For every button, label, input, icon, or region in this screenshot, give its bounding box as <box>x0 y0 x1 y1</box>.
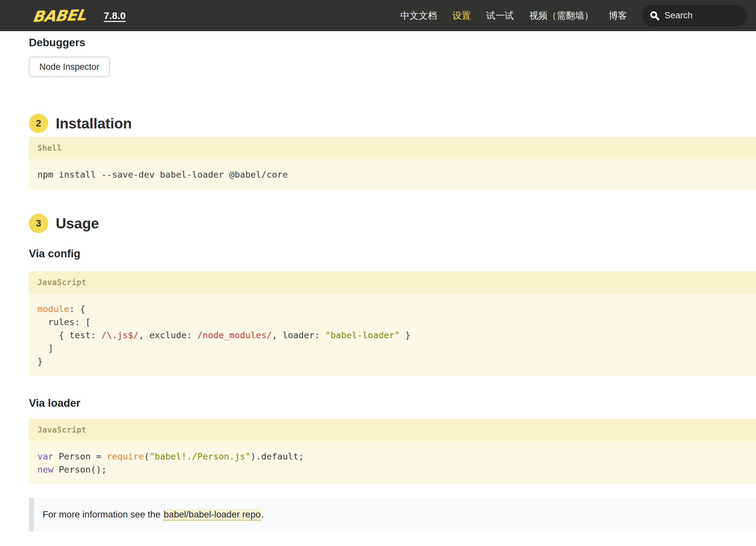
shell-code-content: npm install --save-dev babel-loader @bab… <box>29 159 756 189</box>
code-token: { test: <box>37 330 101 340</box>
code-token: Person = <box>53 451 107 461</box>
doc-content: Debuggers Node Inspector 2 Installation … <box>0 36 756 531</box>
code-token: new <box>37 464 53 475</box>
code-token: /node_modules/ <box>197 330 272 340</box>
nav-item-setup[interactable]: 设置 <box>452 10 471 22</box>
code-token: : { <box>70 304 86 314</box>
babel-logo[interactable]: BABEL <box>31 6 87 26</box>
code-line: ] <box>37 342 747 355</box>
code-token: ( <box>144 451 149 461</box>
code-token: "babel-loader" <box>325 330 400 340</box>
config-code-block: JavaScript module: { rules: [ { test: /\… <box>29 272 756 376</box>
search-box[interactable] <box>642 5 746 27</box>
quote-text: For more information see the <box>43 509 163 519</box>
search-icon <box>649 10 660 21</box>
code-token: module <box>37 304 70 314</box>
installation-heading-text: Installation <box>56 115 132 132</box>
code-token: } <box>37 356 43 366</box>
quote-text-end: . <box>261 509 264 519</box>
code-token: , loader: <box>272 330 325 340</box>
section-number-badge: 2 <box>29 114 48 133</box>
code-token: /\.js$/ <box>101 330 139 340</box>
section-number-badge: 3 <box>29 214 48 233</box>
nav-item-videos[interactable]: 视频（需翻墙） <box>529 10 593 22</box>
code-line: npm install --save-dev babel-loader @bab… <box>37 168 747 181</box>
header-nav: 中文文档 设置 试一试 视频（需翻墙） 博客 <box>400 10 627 22</box>
info-blockquote: For more information see the babel/babel… <box>29 498 756 531</box>
via-config-heading: Via config <box>29 248 756 260</box>
installation-heading: 2 Installation <box>29 114 756 133</box>
code-line: { test: /\.js$/, exclude: /node_modules/… <box>37 329 747 342</box>
code-token: var <box>37 451 53 461</box>
code-token: } <box>400 330 410 340</box>
code-line: module: { <box>37 302 747 315</box>
via-loader-heading: Via loader <box>29 397 756 409</box>
debuggers-heading: Debuggers <box>29 36 756 49</box>
code-line: var Person = require("babel!./Person.js"… <box>37 450 747 463</box>
code-token: ] <box>37 343 53 353</box>
usage-heading-text: Usage <box>56 215 99 232</box>
code-line: rules: [ <box>37 315 747 329</box>
code-language-label-shell: Shell <box>29 137 756 159</box>
search-input[interactable] <box>665 10 737 21</box>
version-link[interactable]: 7.8.0 <box>104 10 126 21</box>
loader-code-block: JavaScript var Person = require("babel!.… <box>29 419 756 484</box>
code-language-label-js: JavaScript <box>29 272 756 293</box>
loader-code-content: var Person = require("babel!./Person.js"… <box>29 441 756 484</box>
code-language-label-js: JavaScript <box>29 419 756 441</box>
nav-item-docs[interactable]: 中文文档 <box>400 10 437 22</box>
code-line: new Person(); <box>37 463 747 476</box>
code-token: "babel!./Person.js" <box>149 451 250 461</box>
code-text: npm install --save-dev babel-loader @bab… <box>37 170 288 180</box>
code-line: } <box>37 355 747 368</box>
node-inspector-button[interactable]: Node Inspector <box>29 57 110 77</box>
code-token: ).default; <box>250 451 304 461</box>
top-nav-bar: BABEL 7.8.0 中文文档 设置 试一试 视频（需翻墙） 博客 <box>0 0 756 31</box>
usage-heading: 3 Usage <box>29 214 756 233</box>
config-code-content: module: { rules: [ { test: /\.js$/, excl… <box>29 293 756 376</box>
babel-loader-repo-link[interactable]: babel/babel-loader repo <box>163 509 261 521</box>
code-token: Person(); <box>53 464 107 475</box>
nav-item-blog[interactable]: 博客 <box>609 10 627 22</box>
code-token: require <box>107 451 144 461</box>
code-token: , exclude: <box>139 330 197 340</box>
nav-item-try-it-out[interactable]: 试一试 <box>486 10 514 22</box>
code-token: rules: [ <box>37 317 91 327</box>
shell-code-block: Shell npm install --save-dev babel-loade… <box>29 137 756 189</box>
